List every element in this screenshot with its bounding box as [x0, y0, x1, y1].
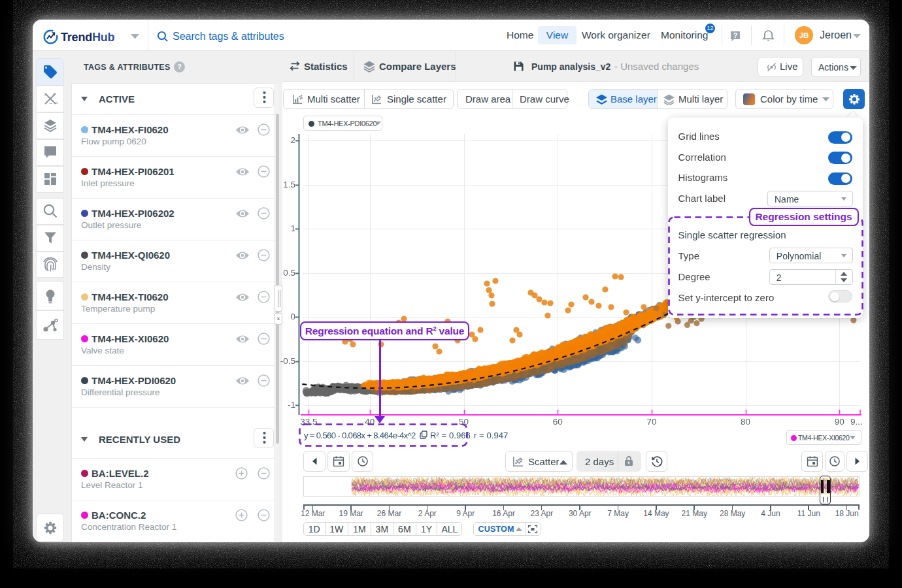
svg-text:+: + — [52, 91, 56, 97]
svg-text:×: × — [55, 100, 58, 106]
svg-text:÷: ÷ — [44, 92, 47, 98]
svg-text:−: − — [49, 100, 52, 106]
svg-text:?: ? — [733, 31, 738, 39]
